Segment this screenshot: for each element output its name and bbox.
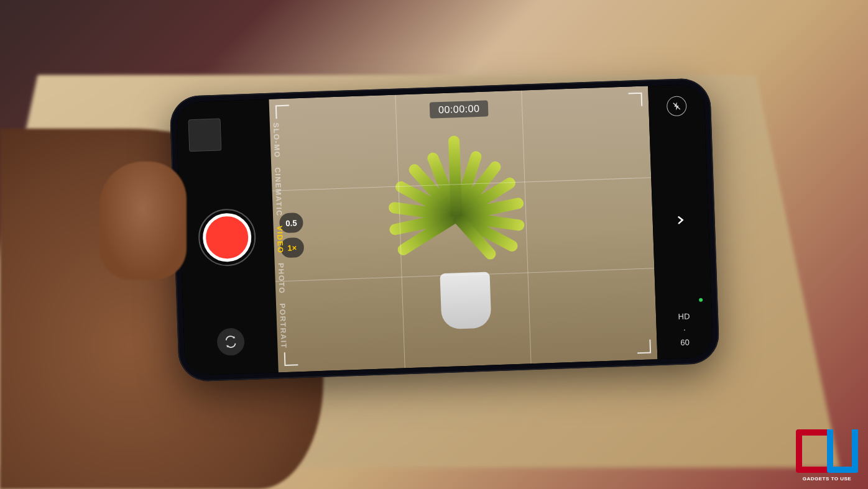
flash-toggle-button[interactable] bbox=[667, 96, 687, 116]
phone-screen: SLO-MO CINEMATIC VIDEO PHOTO PORTRAIT bbox=[176, 84, 714, 375]
mode-cinematic[interactable]: CINEMATIC bbox=[273, 167, 284, 217]
expand-controls-button[interactable] bbox=[676, 213, 685, 230]
thumb bbox=[99, 162, 187, 280]
camera-left-controls bbox=[176, 99, 279, 376]
watermark-u-icon bbox=[827, 429, 858, 473]
mode-slomo[interactable]: SLO-MO bbox=[272, 122, 282, 158]
frame-corner bbox=[628, 93, 642, 107]
flip-camera-button[interactable] bbox=[216, 327, 245, 356]
chevron-right-icon bbox=[676, 213, 685, 227]
subject-pot bbox=[440, 272, 491, 330]
last-capture-thumbnail[interactable] bbox=[188, 118, 222, 152]
video-quality-info[interactable]: HD · 60 bbox=[678, 311, 691, 347]
flash-off-icon bbox=[672, 101, 682, 112]
subject-plant bbox=[361, 139, 564, 282]
recording-indicator-dot bbox=[699, 298, 703, 302]
quality-separator: · bbox=[683, 325, 686, 334]
watermark-logo: GADGETS TO USE bbox=[796, 429, 858, 479]
watermark-text: GADGETS TO USE bbox=[796, 476, 858, 482]
resolution-label[interactable]: HD bbox=[678, 311, 690, 321]
recording-timer: 00:00:00 bbox=[430, 100, 489, 118]
frame-corner bbox=[637, 340, 651, 354]
camera-right-controls: HD · 60 bbox=[648, 84, 713, 359]
flip-camera-icon bbox=[224, 335, 238, 349]
phone-device: SLO-MO CINEMATIC VIDEO PHOTO PORTRAIT bbox=[169, 78, 720, 382]
fps-label[interactable]: 60 bbox=[680, 337, 690, 347]
mode-photo[interactable]: PHOTO bbox=[277, 263, 287, 294]
camera-viewfinder[interactable]: 00:00:00 0.5 1× bbox=[269, 86, 657, 372]
mode-portrait[interactable]: PORTRAIT bbox=[278, 303, 289, 349]
mode-video[interactable]: VIDEO bbox=[275, 226, 285, 254]
